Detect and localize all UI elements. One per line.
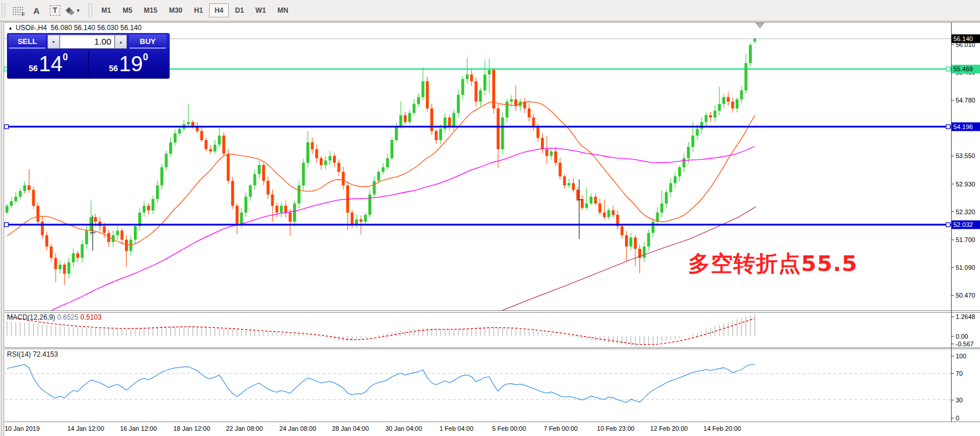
ma-fast-line: [7, 102, 755, 245]
horizontal-line-objects: [5, 67, 952, 227]
svg-text:51.090: 51.090: [956, 264, 975, 271]
svg-text:14 Feb 20:00: 14 Feb 20:00: [704, 425, 741, 432]
price-axis[interactable]: 56.01055.40054.78053.55052.93052.32051.7…: [951, 34, 980, 422]
svg-text:56.140: 56.140: [953, 35, 973, 42]
volume-decrease-button[interactable]: ▼: [47, 35, 60, 49]
time-axis[interactable]: 10 Jan 201914 Jan 12:0016 Jan 12:0018 Ja…: [5, 425, 741, 432]
svg-text:0.00: 0.00: [956, 333, 968, 340]
terminal-window: F A T ▼ M1M5M15M30H1H4D1W1MN ▲USOil-,H4 …: [0, 0, 980, 436]
svg-text:1 Feb 04:00: 1 Feb 04:00: [440, 425, 474, 432]
svg-text:52.032: 52.032: [953, 221, 973, 228]
buy-button[interactable]: BUY: [129, 35, 166, 49]
volume-increase-button[interactable]: ▲: [115, 35, 127, 49]
sell-price[interactable]: 56 14 0: [9, 51, 88, 77]
svg-text:5 Feb 00:00: 5 Feb 00:00: [492, 425, 526, 432]
rsi-value: 72.4153: [33, 350, 58, 358]
svg-text:53.550: 53.550: [956, 152, 975, 159]
svg-text:16 Jan 12:00: 16 Jan 12:00: [120, 425, 157, 432]
macd-panel: [7, 314, 755, 346]
macd-value: 0.6525: [57, 313, 79, 321]
svg-text:10 Feb 23:00: 10 Feb 23:00: [597, 425, 635, 432]
svg-text:28 Jan 04:00: 28 Jan 04:00: [332, 425, 369, 432]
volume-input[interactable]: 1.00: [60, 35, 115, 49]
one-click-trading-panel: SELL ▼ 1.00 ▲ BUY 56 14 0 56 19 0: [7, 33, 170, 79]
chart-annotation-text[interactable]: 多空转折点55.5: [688, 249, 858, 279]
line-handle[interactable]: [946, 223, 950, 227]
svg-text:30: 30: [956, 397, 963, 404]
line-handle[interactable]: [946, 124, 950, 129]
rsi-header: RSI(14) 72.4153: [7, 350, 58, 358]
macd-signal-line: [7, 316, 755, 345]
svg-text:-0.567: -0.567: [956, 340, 974, 347]
svg-text:55.469: 55.469: [953, 65, 973, 72]
line-handle[interactable]: [5, 223, 9, 227]
svg-text:50.470: 50.470: [956, 292, 975, 299]
svg-text:51.700: 51.700: [956, 236, 975, 243]
svg-text:12 Feb 20:00: 12 Feb 20:00: [650, 425, 688, 432]
sell-button[interactable]: SELL: [9, 35, 46, 49]
svg-text:1.2648: 1.2648: [956, 313, 975, 320]
svg-text:30 Jan 04:00: 30 Jan 04:00: [385, 425, 422, 432]
svg-text:52.930: 52.930: [956, 181, 975, 188]
rsi-line: [7, 364, 755, 402]
last-bar-marker-icon[interactable]: [756, 23, 764, 28]
svg-text:22 Jan 08:00: 22 Jan 08:00: [226, 425, 263, 432]
line-handle[interactable]: [5, 124, 9, 129]
svg-text:54.196: 54.196: [953, 123, 973, 130]
svg-text:18 Jan 12:00: 18 Jan 12:00: [173, 425, 210, 432]
macd-header: MACD(12,26,9) 0.6525 0.5103: [7, 313, 101, 321]
svg-text:70: 70: [956, 370, 963, 377]
line-handle[interactable]: [946, 67, 950, 71]
svg-text:14 Jan 12:00: 14 Jan 12:00: [67, 425, 104, 432]
svg-text:7 Feb 00:00: 7 Feb 00:00: [544, 425, 578, 432]
buy-price[interactable]: 56 19 0: [89, 51, 169, 77]
svg-text:0: 0: [956, 415, 959, 422]
svg-text:10 Jan 2019: 10 Jan 2019: [5, 425, 40, 432]
macd-signal-value: 0.5103: [81, 313, 102, 321]
svg-text:52.320: 52.320: [956, 208, 975, 215]
svg-text:24 Jan 08:00: 24 Jan 08:00: [279, 425, 316, 432]
svg-text:100: 100: [956, 353, 966, 360]
svg-text:54.780: 54.780: [956, 97, 975, 104]
